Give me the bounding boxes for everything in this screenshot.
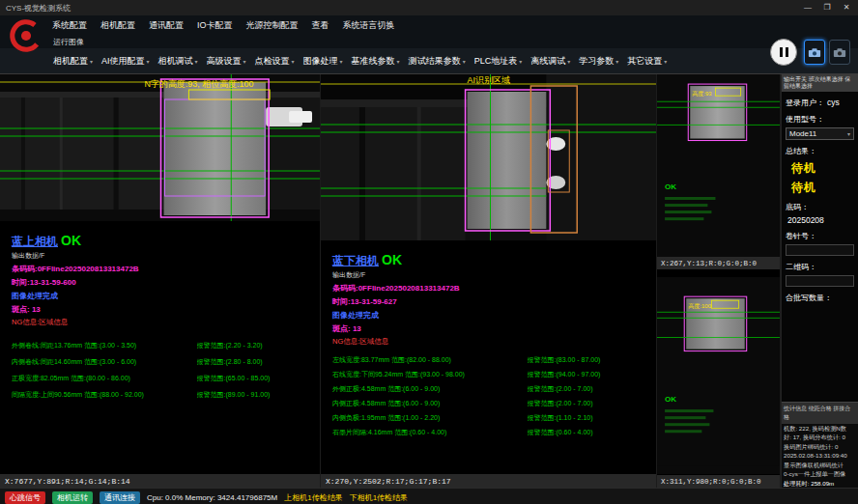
toolbar-label: 高级设置 <box>207 55 242 68</box>
result-title: 蓝上相机 OK <box>12 233 310 250</box>
camera-select-group <box>804 40 850 65</box>
toolbar-item-camera-config[interactable]: 相机配置▾ <box>53 55 93 68</box>
chevron-down-icon: ▾ <box>243 58 246 65</box>
result-panel-left: 蓝上相机 OK 输出数据/F 条码码:0FFline20250208133134… <box>0 221 320 473</box>
process-done-text: 图像处理完成 <box>12 291 310 301</box>
login-user-row: 登录用户： cys <box>786 98 854 108</box>
result-title: 蓝下相机 OK <box>332 252 646 269</box>
model-value: Mode11 <box>789 129 816 138</box>
menu-item-io-config[interactable]: IO卡配置 <box>197 19 233 32</box>
pause-button[interactable] <box>770 39 797 66</box>
toolbar-item-offline-debug[interactable]: 离线调试▾ <box>530 55 570 68</box>
toolbar-label: AI使用配置 <box>101 55 145 68</box>
measure-value: 右线宽度:下间95.24mm 范围:(93.00 - 98.00) <box>332 370 528 379</box>
stats-line: 显示图像联机绑码统计 <box>782 461 858 470</box>
warn-range: 报警范围:(2.80 - 8.00) <box>197 357 310 367</box>
menu-bar: 系统配置 相机配置 通讯配置 IO卡配置 光源控制配置 查看 系统语言切换 <box>0 15 858 35</box>
run-view-row: 运行图像 <box>0 35 858 48</box>
process-done-text: 图像处理完成 <box>332 310 646 321</box>
measure-row: 内侧卷线:间距14.60mm 范围:(3.00 - 6.00)报警范围:(2.8… <box>12 357 310 367</box>
camera-controls <box>770 39 850 66</box>
toolbar-item-plc-table[interactable]: PLC地址表▾ <box>474 55 523 68</box>
time-text: 时间:13-31-59-627 <box>332 296 646 307</box>
toolbar-item-ai-config[interactable]: AI使用配置▾ <box>101 55 150 68</box>
camera-bottom-button[interactable] <box>829 40 850 65</box>
camera-top-button[interactable] <box>804 40 825 65</box>
needle-input[interactable] <box>786 244 854 256</box>
toolbar-label: 离线调试 <box>530 55 565 68</box>
stats-header: 统计信息 绕距合格 拼接合格 <box>782 403 858 424</box>
toolbar: 相机配置▾ AI使用配置▾ 相机调试▾ 高级设置▾ 点检设置▾ 图像处理▾ 基准… <box>0 48 858 74</box>
total-result-1: 待机 <box>791 160 858 177</box>
measure-value: 内侧正极:4.58mm 范围:(6.00 - 9.00) <box>332 399 528 408</box>
coordinate-readout-preview-top: X:267,Y:13;R:0;G:0;B:0 <box>657 256 780 269</box>
menu-item-camera-config[interactable]: 相机配置 <box>100 19 135 32</box>
camera-view-middle[interactable]: AI识别区域 <box>321 74 656 240</box>
overlay-text-preview-bottom: 高度:100 <box>688 302 711 310</box>
cpu-memory-readout: Cpu: 0.0% Memory: 3424.41796875M <box>147 493 277 502</box>
coordinate-readout-left: X:7677,Y:891;R:14;G:14;B:14 <box>0 473 320 488</box>
measure-value: 左线宽度:83.77mm 范围:(82.00 - 88.00) <box>332 355 528 365</box>
spot-count-text: 斑点: 13 <box>12 304 310 315</box>
measure-row: 石墨片间隔:4.16mm 范围:(0.60 - 4.00)报警范围:(0.60 … <box>332 428 646 437</box>
stats-line: 好: 17, 换码分布统计: 0 <box>782 433 858 442</box>
toolbar-item-image-process[interactable]: 图像处理▾ <box>303 55 343 68</box>
chevron-down-icon: ▾ <box>847 130 850 137</box>
preview-image-bottom: 高度:100 OK <box>657 277 780 466</box>
menu-item-language[interactable]: 系统语言切换 <box>343 19 395 32</box>
maximize-button[interactable]: ❐ <box>817 0 837 15</box>
chevron-down-icon: ▾ <box>90 58 93 65</box>
sidebar-header: 输出开关 班次结果选择 保留结果选择 <box>782 74 858 92</box>
toolbar-label: 学习参数 <box>579 55 614 68</box>
toolbar-item-spot-check[interactable]: 点检设置▾ <box>255 55 295 68</box>
toolbar-item-advanced[interactable]: 高级设置▾ <box>207 55 246 68</box>
measure-value: 间隔宽度:上间90.56mm 范围:(88.00 - 92.00) <box>12 390 197 400</box>
menu-item-comm-config[interactable]: 通讯配置 <box>149 19 184 32</box>
toolbar-item-baseline-params[interactable]: 基准线参数▾ <box>352 55 400 68</box>
measure-value: 内侧负极:1.95mm 范围:(1.00 - 2.20) <box>332 413 528 423</box>
menu-item-system-config[interactable]: 系统配置 <box>52 19 87 32</box>
barcode-text: 条码码:0FFline2025020813313472B <box>12 264 310 274</box>
model-select[interactable]: Mode11 ▾ <box>786 127 854 140</box>
chevron-down-icon: ▾ <box>567 58 570 65</box>
qr-input[interactable] <box>786 275 854 287</box>
warn-range: 报警范围:(83.00 - 87.00) <box>528 355 647 365</box>
barcode-text: 条码码:0FFline2025020813313472B <box>332 283 646 294</box>
toolbar-label: PLC地址表 <box>474 55 518 68</box>
preview-view-top[interactable]: 高度:93 OK <box>657 74 780 256</box>
measure-value: 正极宽度:82.05mm 范围:(80.00 - 86.00) <box>12 374 197 383</box>
pause-icon <box>780 47 788 57</box>
preview-view-bottom[interactable]: 高度:100 OK <box>657 277 780 474</box>
overlay-text-preview-top: 高度:93 <box>692 90 712 98</box>
measure-value: 外侧卷线:间距13.76mm 范围:(3.00 - 3.50) <box>12 341 197 350</box>
chevron-down-icon: ▾ <box>664 58 667 65</box>
measure-row: 外侧正极:4.58mm 范围:(6.00 - 9.00)报警范围:(2.00 -… <box>332 384 646 394</box>
warn-range: 报警范围:(0.60 - 4.00) <box>528 428 647 437</box>
toolbar-item-learn-params[interactable]: 学习参数▾ <box>579 55 618 68</box>
result-panel-middle: 蓝下相机 OK 输出数据/F 条码码:0FFline20250208133134… <box>321 240 656 473</box>
coordinate-readout-middle: X:270,Y:2502;R:17;G:17;B:17 <box>321 473 656 488</box>
toolbar-label: 相机调试 <box>158 55 193 68</box>
toolbar-item-other-settings[interactable]: 其它设置▾ <box>627 55 667 68</box>
toolbar-label: 点检设置 <box>255 55 290 68</box>
logo-icon <box>8 17 44 54</box>
camera-view-left[interactable]: N字的高度:93, 相位高度:100 <box>0 74 320 221</box>
menu-item-view[interactable]: 查看 <box>312 19 329 32</box>
close-button[interactable]: ✕ <box>837 0 856 15</box>
info-sidebar: 输出开关 班次结果选择 保留结果选择 登录用户： cys 使用型号： Mode1… <box>781 74 858 488</box>
camera-image-left: N字的高度:93, 相位高度:100 <box>0 74 320 221</box>
upper-camera-result-label: 上相机1传检结果 <box>284 492 342 503</box>
stats-line: 0-cys一件上报单一图像 <box>782 469 858 479</box>
login-user-label: 登录用户： <box>786 98 824 108</box>
warn-range: 报警范围:(2.20 - 3.20) <box>197 341 310 350</box>
menu-item-light-config[interactable]: 光源控制配置 <box>246 19 299 32</box>
minimize-button[interactable]: — <box>798 0 817 15</box>
measure-row: 左线宽度:83.77mm 范围:(82.00 - 88.00)报警范围:(83.… <box>332 355 646 365</box>
toolbar-item-test-result-params[interactable]: 测试结果参数▾ <box>409 55 466 68</box>
chevron-down-icon: ▾ <box>340 58 343 65</box>
toolbar-label: 其它设置 <box>627 55 662 68</box>
camera-name-label: 蓝上相机 <box>12 234 58 250</box>
preview-ok-text: OK <box>665 182 676 191</box>
toolbar-item-camera-debug[interactable]: 相机调试▾ <box>158 55 198 68</box>
camera-image-middle: AI识别区域 <box>321 74 656 240</box>
